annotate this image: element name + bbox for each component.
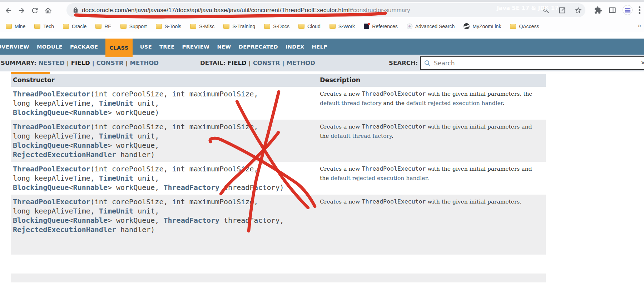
bookmark-item[interactable]: References xyxy=(364,24,398,29)
code-text: < xyxy=(69,183,73,192)
code-link[interactable]: default thread factory xyxy=(331,133,391,139)
shield-icon xyxy=(407,24,412,29)
code-text: > workQueue) xyxy=(108,108,159,117)
code-link[interactable]: TimeUnit xyxy=(99,132,133,140)
bookmarks-overflow-chevron[interactable]: » xyxy=(638,22,641,29)
code-text: (int corePoolSize, int maximumPoolSize, xyxy=(90,165,258,173)
bookmark-item[interactable]: MyZoomLink xyxy=(464,23,501,29)
forward-icon[interactable] xyxy=(17,6,26,15)
nav-tab-module[interactable]: MODULE xyxy=(37,44,63,50)
bookmark-item[interactable]: RE xyxy=(95,24,111,29)
table-row: ThreadPoolExecutor(int corePoolSize, int… xyxy=(11,87,546,120)
code-link[interactable]: BlockingQueue xyxy=(13,141,69,150)
search-box[interactable]: ✕ xyxy=(420,56,644,70)
bookmark-label: Oracle xyxy=(72,24,86,29)
nav-tab-tree[interactable]: TREE xyxy=(159,44,174,50)
nav-tab-new[interactable]: NEW xyxy=(217,44,231,50)
detail-item-method[interactable]: METHOD xyxy=(286,60,315,66)
search-reset-icon[interactable]: ✕ xyxy=(641,60,644,66)
folder-icon xyxy=(510,24,516,29)
separator: | xyxy=(65,60,71,66)
constructor-signature: ThreadPoolExecutor(int corePoolSize, int… xyxy=(13,122,309,159)
summary-item-constr[interactable]: CONSTR xyxy=(96,60,124,66)
code-link[interactable]: ThreadPoolExecutor xyxy=(13,90,90,98)
bookmark-label: Advanced Search xyxy=(415,24,455,29)
separator: | xyxy=(280,60,286,66)
bookmark-item[interactable]: Support xyxy=(120,24,147,29)
code-link[interactable]: Runnable xyxy=(73,141,108,150)
reload-icon[interactable] xyxy=(30,6,39,15)
bookmark-item[interactable]: Advanced Search xyxy=(407,24,455,29)
summary-item-method[interactable]: METHOD xyxy=(130,60,159,66)
code-text: ThreadPoolExecutor xyxy=(362,123,426,130)
code-text: long keepAliveTime, xyxy=(13,207,99,215)
code-link[interactable]: ThreadFactory xyxy=(163,216,219,225)
bookmark-item[interactable]: S-Training xyxy=(223,24,255,29)
code-link[interactable]: Runnable xyxy=(73,216,108,225)
code-link[interactable]: default rejected execution handler xyxy=(406,100,503,106)
bookmark-label: Support xyxy=(129,24,147,29)
folder-icon xyxy=(6,24,12,29)
nav-tab-help[interactable]: HELP xyxy=(312,44,328,50)
bookmark-item[interactable]: Mine xyxy=(6,24,25,29)
code-text: > workQueue, xyxy=(108,141,159,150)
detail-item-constr[interactable]: CONSTR xyxy=(253,60,280,66)
extensions-puzzle-icon[interactable] xyxy=(594,6,602,14)
code-link[interactable]: BlockingQueue xyxy=(13,183,69,192)
bookmark-item[interactable]: S-Work xyxy=(330,24,355,29)
code-link[interactable]: TimeUnit xyxy=(99,174,133,182)
code-link[interactable]: ThreadPoolExecutor xyxy=(13,165,90,173)
back-icon[interactable] xyxy=(4,6,13,15)
code-link[interactable]: Runnable xyxy=(73,183,108,192)
nav-tab-deprecated[interactable]: DEPRECATED xyxy=(239,44,278,50)
nav-tab-package[interactable]: PACKAGE xyxy=(70,44,98,50)
home-icon[interactable] xyxy=(43,6,53,15)
code-link[interactable]: RejectedExecutionHandler xyxy=(13,225,116,234)
bookmark-label: S-Training xyxy=(232,24,255,29)
code-link[interactable]: ThreadFactory xyxy=(163,183,219,192)
code-link[interactable]: TimeUnit xyxy=(99,207,133,215)
bookmark-item[interactable]: S-Docs xyxy=(264,24,289,29)
constructor-description: Creates a new ThreadPoolExecutor with th… xyxy=(320,164,532,183)
detail-item-field: FIELD xyxy=(228,60,247,66)
code-link[interactable]: BlockingQueue xyxy=(13,216,69,225)
search-input[interactable] xyxy=(434,60,644,67)
bookmark-item[interactable]: Tech xyxy=(34,24,54,29)
separator: | xyxy=(90,60,96,66)
subnav-detail-group: DETAIL: FIELD|CONSTR|METHOD xyxy=(200,60,315,66)
browser-menu-icon[interactable] xyxy=(638,6,640,15)
bookmark-item[interactable]: S-Misc xyxy=(190,24,214,29)
bookmark-star-icon[interactable] xyxy=(574,6,582,14)
code-link[interactable]: TimeUnit xyxy=(99,99,133,107)
profile-avatar[interactable] xyxy=(623,5,633,15)
detail-label: DETAIL: xyxy=(200,60,228,66)
summary-item-field: FIELD xyxy=(71,60,90,66)
nav-tab-index[interactable]: INDEX xyxy=(286,44,304,50)
nav-tab-overview[interactable]: OVERVIEW xyxy=(0,44,29,50)
nav-tab-class[interactable]: CLASS xyxy=(105,39,132,57)
side-panel-icon[interactable] xyxy=(608,6,616,14)
bookmark-label: References xyxy=(372,24,398,29)
code-link[interactable]: default thread factory xyxy=(320,100,381,106)
code-text: ThreadPoolExecutor xyxy=(362,90,426,97)
code-link[interactable]: default rejected execution handler xyxy=(331,175,427,181)
share-icon[interactable] xyxy=(558,6,566,14)
bookmark-item[interactable]: Oracle xyxy=(63,24,86,29)
bookmark-item[interactable]: QAccess xyxy=(510,24,539,29)
code-text: Creates a new xyxy=(320,166,362,172)
summary-item-nested[interactable]: NESTED xyxy=(39,60,65,66)
javadoc-sub-nav: SUMMARY: NESTED|FIELD|CONSTR|METHOD DETA… xyxy=(0,55,644,71)
code-text: Creates a new xyxy=(320,199,362,205)
code-link[interactable]: Runnable xyxy=(73,108,108,117)
code-link[interactable]: RejectedExecutionHandler xyxy=(13,150,116,159)
code-link[interactable]: ThreadPoolExecutor xyxy=(13,197,90,206)
bookmark-item[interactable]: Cloud xyxy=(298,24,321,29)
bookmark-item[interactable]: S-Tools xyxy=(156,24,182,29)
code-text: > workQueue, xyxy=(108,183,164,192)
bookmark-label: MyZoomLink xyxy=(472,24,501,29)
nav-tab-preview[interactable]: PREVIEW xyxy=(182,44,209,50)
code-text: . xyxy=(427,175,429,181)
code-link[interactable]: ThreadPoolExecutor xyxy=(13,122,90,131)
code-link[interactable]: BlockingQueue xyxy=(13,108,69,117)
nav-tab-use[interactable]: USE xyxy=(140,44,152,50)
